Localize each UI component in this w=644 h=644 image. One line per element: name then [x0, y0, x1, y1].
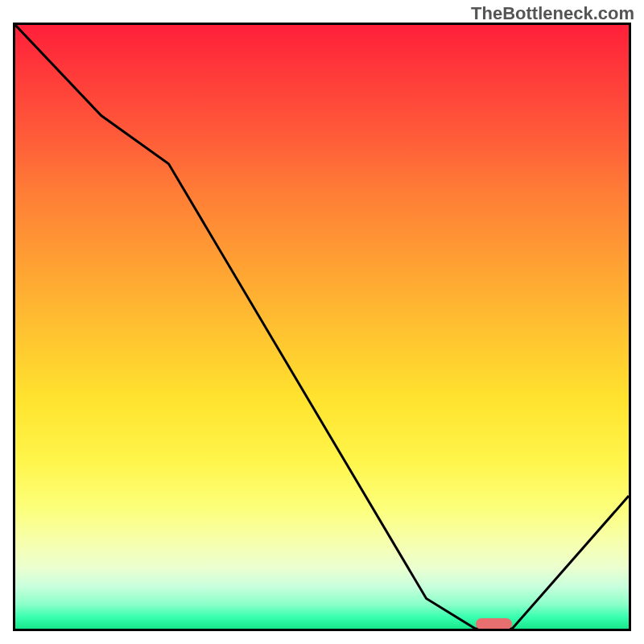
- chart-marker: [476, 618, 513, 630]
- watermark-text: TheBottleneck.com: [471, 3, 634, 24]
- chart-curve: [15, 25, 629, 629]
- curve-path: [15, 25, 629, 629]
- chart-frame: [13, 23, 631, 631]
